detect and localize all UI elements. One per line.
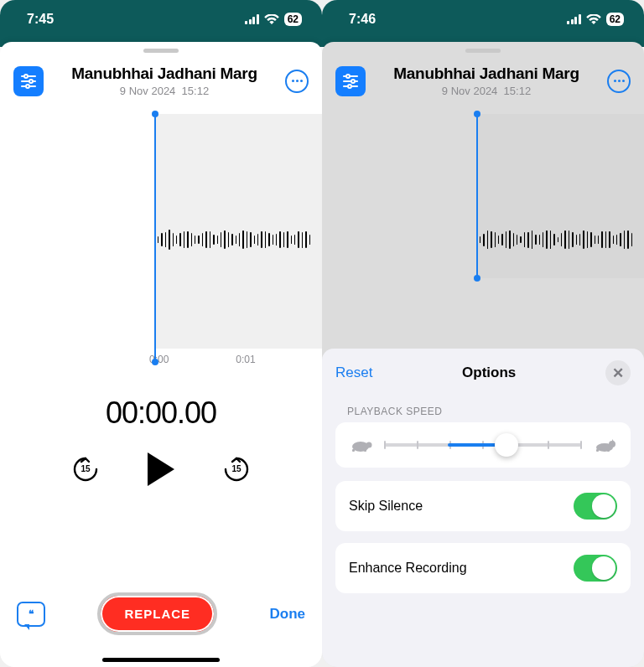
enhance-recording-label: Enhance Recording	[349, 561, 467, 576]
cellular-signal-icon	[567, 14, 581, 24]
quote-icon: ❝	[29, 609, 34, 619]
wifi-icon	[586, 14, 601, 25]
play-button[interactable]	[144, 451, 178, 488]
replace-button[interactable]: REPLACE	[97, 592, 217, 635]
skip-silence-row: Skip Silence	[335, 481, 631, 531]
playback-speed-slider[interactable]	[384, 443, 582, 447]
enhance-recording-row: Enhance Recording	[335, 543, 631, 593]
battery-indicator: 62	[284, 13, 302, 26]
close-icon: ✕	[612, 365, 624, 382]
settings-sliders-button[interactable]	[335, 66, 366, 96]
close-button[interactable]: ✕	[605, 360, 631, 385]
recording-meta: 9 Nov 2024 15:12	[374, 85, 599, 97]
playback-speed-label: PLAYBACK SPEED	[335, 406, 631, 417]
options-panel: Reset Options ✕ PLAYBACK SPEED	[322, 349, 644, 667]
reset-button[interactable]: Reset	[335, 365, 372, 381]
skip-silence-label: Skip Silence	[349, 499, 423, 514]
slider-thumb[interactable]	[495, 433, 518, 457]
playhead-indicator	[476, 114, 478, 278]
wifi-icon	[264, 14, 279, 25]
editor-sheet-dimmed: Manubhhai Jadhani Marg 9 Nov 2024 15:12 …	[322, 42, 644, 667]
rabbit-icon	[594, 437, 617, 452]
playhead-indicator[interactable]	[154, 114, 156, 362]
current-time-display: 00:00.00	[0, 396, 322, 431]
screen-voice-memo-editor: 7:45 62 Manubhhai Jadhani Marg 9 N	[0, 0, 322, 667]
svg-point-2	[26, 85, 29, 88]
svg-rect-8	[352, 449, 355, 452]
waveform-area[interactable]: 0:000:01	[0, 114, 322, 365]
status-bar: 7:46 62	[322, 0, 644, 39]
ellipsis-icon	[614, 80, 625, 82]
recording-meta: 9 Nov 2024 15:12	[52, 85, 277, 97]
enhance-recording-toggle[interactable]	[574, 555, 617, 582]
svg-point-4	[351, 80, 355, 83]
svg-point-5	[348, 85, 351, 88]
skip-back-amount: 15	[70, 464, 101, 473]
skip-silence-toggle[interactable]	[574, 493, 617, 520]
time-ruler: 0:000:01	[0, 354, 322, 365]
cellular-signal-icon	[245, 14, 259, 24]
skip-back-15-button[interactable]: 15	[70, 454, 101, 484]
options-title: Options	[462, 365, 516, 381]
svg-point-1	[29, 80, 33, 83]
ellipsis-icon	[292, 80, 303, 82]
battery-indicator: 62	[606, 13, 624, 26]
waveform-icon	[480, 236, 632, 243]
turtle-icon	[349, 437, 372, 452]
recording-title[interactable]: Manubhhai Jadhani Marg	[52, 65, 277, 83]
svg-rect-9	[364, 449, 366, 452]
status-time: 7:45	[27, 12, 54, 27]
recording-title: Manubhhai Jadhani Marg	[374, 65, 599, 83]
done-button[interactable]: Done	[270, 606, 306, 623]
status-bar: 7:45 62	[0, 0, 322, 39]
playback-speed-control	[335, 422, 631, 468]
editor-sheet: Manubhhai Jadhani Marg 9 Nov 2024 15:12 …	[0, 42, 322, 667]
skip-fwd-amount: 15	[221, 464, 252, 473]
settings-sliders-button[interactable]	[13, 66, 44, 96]
more-options-button[interactable]	[607, 70, 631, 93]
svg-point-7	[366, 442, 372, 448]
waveform-icon	[158, 236, 310, 243]
skip-forward-15-button[interactable]: 15	[221, 454, 252, 484]
svg-rect-13	[607, 449, 610, 452]
more-options-button[interactable]	[285, 70, 309, 93]
home-indicator[interactable]	[102, 658, 220, 662]
screen-voice-memo-options: 7:46 62 Manubhhai Jadhani Marg 9 No	[322, 0, 644, 667]
waveform-area	[322, 114, 644, 282]
transcript-button[interactable]: ❝	[17, 602, 45, 627]
status-time: 7:46	[349, 12, 376, 27]
svg-rect-12	[596, 449, 599, 452]
svg-point-3	[346, 75, 350, 78]
svg-point-0	[24, 75, 28, 78]
